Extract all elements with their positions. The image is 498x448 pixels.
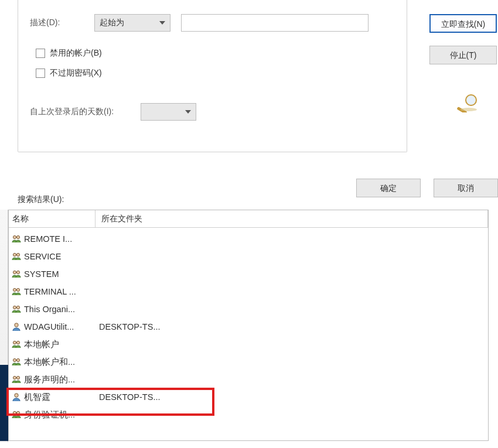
filter-groupbox: 描述(D): 起始为 禁用的帐户(B) 不过期密码(X) 自上次登录后的天数(I…	[18, 0, 407, 152]
group-icon	[11, 304, 22, 314]
svg-point-21	[13, 411, 16, 414]
result-name: TERMINAL ...	[24, 287, 76, 296]
result-folder: DESKTOP-TS...	[95, 322, 160, 331]
result-name: WDAGUtilit...	[24, 322, 74, 331]
search-results-label: 搜索结果(U):	[18, 194, 64, 205]
svg-point-8	[16, 271, 19, 273]
description-input[interactable]	[181, 14, 369, 32]
svg-point-10	[16, 288, 19, 291]
result-row[interactable]: WDAGUtilit...DESKTOP-TS...	[9, 318, 488, 336]
find-magnifier-icon	[456, 94, 480, 114]
svg-point-18	[13, 376, 16, 379]
disabled-accounts-label: 禁用的帐户(B)	[50, 48, 102, 59]
results-listview[interactable]: 名称 所在文件夹 REMOTE I...SERVICESYSTEMTERMINA…	[8, 210, 489, 441]
days-since-logon-combo[interactable]	[141, 103, 196, 121]
result-name: 本地帐户	[24, 339, 59, 350]
result-row[interactable]: REMOTE I...	[9, 230, 488, 248]
results-header: 名称 所在文件夹	[9, 210, 488, 228]
result-row[interactable]: 服务声明的...	[9, 371, 488, 388]
disabled-accounts-checkbox[interactable]	[36, 49, 45, 58]
result-row[interactable]: TERMINAL ...	[9, 283, 488, 300]
description-label: 描述(D):	[30, 18, 94, 28]
result-row[interactable]: 身份验证机...	[9, 406, 488, 423]
result-row[interactable]: SYSTEM	[9, 265, 488, 283]
svg-point-11	[13, 306, 16, 309]
result-row[interactable]: This Organi...	[9, 300, 488, 318]
group-icon	[11, 409, 22, 420]
description-mode-value: 起始为	[100, 18, 124, 28]
result-row[interactable]: 本地帐户和...	[9, 353, 488, 371]
result-row[interactable]: 本地帐户	[9, 336, 488, 353]
result-name: This Organi...	[24, 305, 75, 314]
group-icon	[11, 286, 22, 297]
cancel-button[interactable]: 取消	[434, 179, 498, 197]
chevron-down-icon	[159, 21, 165, 25]
days-since-logon-label: 自上次登录后的天数(I):	[30, 107, 114, 117]
chevron-down-icon	[185, 110, 191, 114]
svg-point-9	[13, 288, 16, 291]
svg-point-6	[16, 253, 19, 256]
svg-point-5	[13, 253, 16, 256]
svg-point-0	[466, 95, 476, 105]
result-row[interactable]: 机智霆DESKTOP-TS...	[9, 388, 488, 406]
result-folder: DESKTOP-TS...	[95, 392, 160, 402]
svg-point-7	[13, 271, 16, 273]
find-now-button[interactable]: 立即查找(N)	[429, 14, 497, 33]
result-name: 服务声明的...	[24, 374, 75, 385]
svg-point-22	[16, 411, 19, 414]
user-icon	[11, 322, 22, 332]
result-row[interactable]: SERVICE	[9, 248, 488, 265]
group-icon	[11, 357, 22, 367]
svg-point-13	[15, 323, 18, 327]
result-name: 机智霆	[24, 392, 50, 403]
svg-point-3	[13, 235, 16, 238]
svg-point-16	[13, 358, 16, 361]
svg-point-17	[16, 358, 19, 361]
left-edge-dark	[0, 365, 8, 441]
result-name: 本地帐户和...	[24, 357, 75, 368]
description-mode-combo[interactable]: 起始为	[94, 14, 170, 32]
svg-point-19	[16, 376, 19, 379]
result-name: 身份验证机...	[24, 409, 75, 420]
svg-point-2	[461, 108, 477, 111]
svg-point-15	[16, 341, 19, 344]
svg-point-12	[16, 306, 19, 309]
result-name: REMOTE I...	[24, 234, 72, 244]
column-name-header[interactable]: 名称	[9, 210, 95, 227]
stop-button[interactable]: 停止(T)	[429, 46, 497, 64]
group-icon	[11, 339, 22, 350]
svg-point-4	[16, 235, 19, 238]
group-icon	[11, 234, 22, 244]
user-icon	[11, 392, 22, 402]
result-name: SERVICE	[24, 252, 61, 261]
svg-point-14	[13, 341, 16, 344]
ok-button[interactable]: 确定	[356, 179, 421, 197]
column-folder-header[interactable]: 所在文件夹	[95, 210, 488, 227]
group-icon	[11, 374, 22, 385]
no-expire-pw-label: 不过期密码(X)	[50, 68, 102, 78]
group-icon	[11, 269, 22, 279]
group-icon	[11, 251, 22, 262]
svg-point-20	[15, 394, 18, 397]
result-name: SYSTEM	[24, 269, 59, 279]
no-expire-pw-checkbox[interactable]	[36, 69, 45, 78]
